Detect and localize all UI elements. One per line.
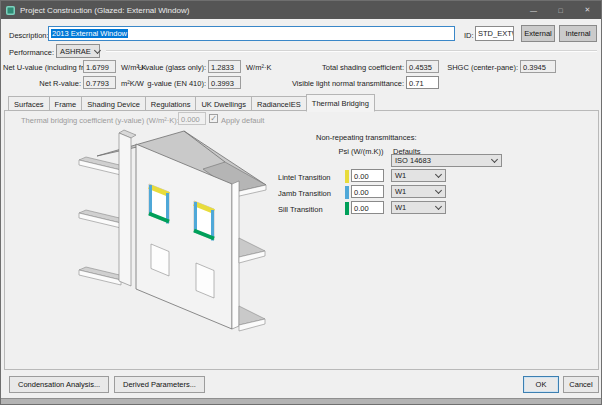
performance-select[interactable]: ASHRAE	[56, 44, 100, 58]
description-selected-text: 2013 External Window	[51, 29, 128, 38]
iso-defaults-value: ISO 14683	[395, 156, 431, 165]
performance-value: ASHRAE	[60, 47, 91, 56]
lintel-default-value: W1	[395, 171, 406, 180]
tab-radianceies[interactable]: RadianceIES	[251, 96, 307, 111]
chevron-down-icon	[435, 187, 442, 194]
apply-default-label: Apply default	[221, 115, 264, 126]
corner-wall-post	[119, 130, 136, 286]
non-repeating-title: Non-repeating transmittances:	[316, 132, 416, 143]
window-controls: — □ ✕	[520, 1, 601, 19]
window-bottom-edge	[1, 398, 601, 405]
sill-label: Sill Transition	[278, 204, 323, 215]
tab-strip: Surfaces Frame Shading Device Regulation…	[9, 94, 375, 111]
id-label: ID:	[464, 30, 474, 41]
header-separator	[106, 50, 597, 52]
coeff-field[interactable]: 0.000	[178, 112, 206, 125]
tab-thermal-bridging[interactable]: Thermal Bridging	[306, 94, 375, 112]
g-value-label: g-value (EN 410):	[101, 78, 206, 89]
tab-shading-device[interactable]: Shading Device	[81, 96, 146, 111]
lintel-color-swatch	[345, 170, 349, 183]
iso-defaults-select[interactable]: ISO 14683	[391, 154, 502, 167]
description-label: Description:	[9, 30, 49, 41]
psi-header: Psi (W/(m.K))	[331, 146, 391, 157]
minimize-icon[interactable]: —	[520, 1, 547, 19]
tab-uk-dwellings[interactable]: UK Dwellings	[195, 96, 252, 111]
sill-default-value: W1	[395, 203, 406, 212]
building-diagram	[57, 128, 272, 368]
vlt-field[interactable]: 0.71	[406, 76, 439, 89]
title-bar[interactable]: Project Construction (Glazed: External W…	[1, 1, 601, 19]
apply-default-checkbox[interactable]: ✓	[209, 114, 218, 123]
ok-button[interactable]: OK	[523, 376, 559, 393]
net-r-label: Net R-value:	[3, 78, 81, 89]
shgc-label: SHGC (center-pane):	[431, 62, 518, 73]
lintel-label: Lintel Transition	[278, 172, 331, 183]
derived-parameters-button[interactable]: Derived Parameters...	[114, 376, 205, 393]
u-glass-unit: W/m²·K	[246, 62, 271, 73]
sill-psi-input[interactable]: 0.00	[351, 201, 384, 214]
chevron-down-icon	[435, 171, 442, 178]
jamb-default-value: W1	[395, 187, 406, 196]
app-icon	[6, 6, 15, 15]
right-floor-slabs	[239, 238, 265, 331]
chevron-down-icon	[491, 156, 498, 163]
wall-return-edge	[232, 181, 239, 329]
close-icon[interactable]: ✕	[574, 1, 601, 19]
coeff-label: Thermal bridging coefficient (y-value) (…	[21, 115, 171, 126]
id-input[interactable]: STD_EXTW	[475, 26, 514, 41]
lintel-psi-input[interactable]: 0.00	[351, 169, 384, 182]
description-input[interactable]: 2013 External Window	[48, 26, 455, 41]
sill-color-swatch	[345, 202, 349, 215]
maximize-icon[interactable]: □	[547, 1, 574, 19]
net-u-label: Net U-value (including frame):	[3, 62, 81, 73]
shading-label: Total shading coefficient:	[281, 62, 404, 73]
internal-button[interactable]: Internal	[559, 25, 597, 42]
window-title: Project Construction (Glazed: External W…	[20, 6, 520, 15]
lintel-default-select[interactable]: W1	[391, 169, 446, 182]
project-construction-dialog: Project Construction (Glazed: External W…	[0, 0, 602, 405]
performance-label: Performance:	[9, 47, 54, 58]
tab-frame[interactable]: Frame	[49, 96, 83, 111]
u-glass-field[interactable]: 1.2833	[208, 60, 241, 73]
shgc-field[interactable]: 0.3945	[520, 60, 556, 73]
vlt-label: Visible light normal transmittance:	[281, 78, 404, 89]
cancel-button[interactable]: Cancel	[563, 376, 599, 393]
jamb-label: Jamb Transition	[278, 188, 331, 199]
jamb-default-select[interactable]: W1	[391, 185, 446, 198]
u-glass-label: U-value (glass only):	[101, 62, 206, 73]
chevron-down-icon	[94, 46, 101, 53]
external-button[interactable]: External	[521, 25, 555, 42]
chevron-down-icon	[435, 203, 442, 210]
tab-regulations[interactable]: Regulations	[145, 96, 197, 111]
g-value-field[interactable]: 0.3993	[208, 76, 241, 89]
tab-surfaces[interactable]: Surfaces	[8, 96, 50, 111]
sill-default-select[interactable]: W1	[391, 201, 446, 214]
jamb-color-swatch	[345, 186, 349, 199]
condensation-analysis-button[interactable]: Condensation Analysis...	[9, 376, 109, 393]
jamb-psi-input[interactable]: 0.00	[351, 185, 384, 198]
